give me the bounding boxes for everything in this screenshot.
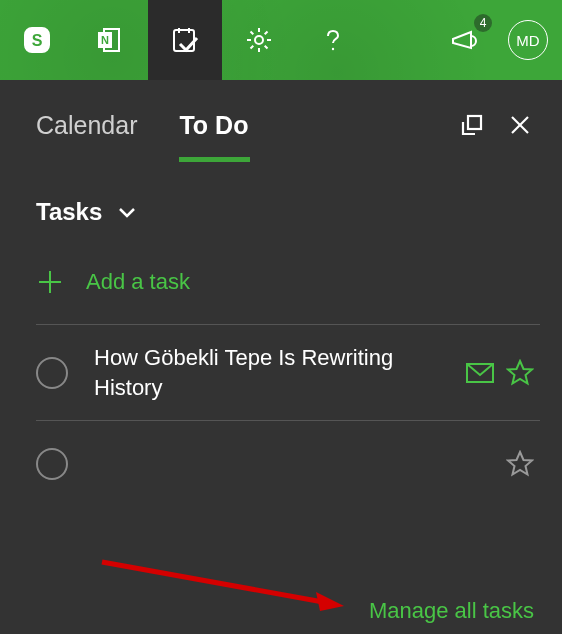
settings-button[interactable] — [222, 0, 296, 80]
close-panel-button[interactable] — [500, 105, 540, 145]
plus-icon — [36, 268, 64, 296]
add-task-button[interactable]: Add a task — [36, 256, 540, 324]
task-row[interactable] — [36, 420, 540, 506]
onenote-icon: N — [96, 25, 126, 55]
manage-all-tasks-link[interactable]: Manage all tasks — [369, 598, 534, 624]
svg-marker-17 — [508, 452, 532, 475]
todo-app-icon — [169, 24, 201, 56]
chevron-down-icon — [116, 201, 138, 223]
panel-tabs: Calendar To Do — [36, 80, 540, 170]
announcements-button[interactable]: 4 — [428, 0, 502, 80]
todo-app-button[interactable] — [148, 0, 222, 80]
svg-rect-10 — [468, 116, 481, 129]
task-list-title: Tasks — [36, 198, 102, 226]
task-star-button[interactable] — [500, 450, 540, 478]
avatar[interactable]: MD — [508, 20, 548, 60]
task-mail-button[interactable] — [460, 361, 500, 385]
task-star-button[interactable] — [500, 359, 540, 387]
task-complete-checkbox[interactable] — [36, 357, 68, 389]
svg-line-18 — [102, 562, 323, 602]
task-title: How Göbekli Tepe Is Rewriting History — [94, 343, 460, 402]
skype-icon: S — [22, 25, 52, 55]
annotation-arrow — [98, 556, 348, 616]
avatar-initials: MD — [516, 32, 539, 49]
task-list-selector[interactable]: Tasks — [36, 198, 540, 226]
svg-point-8 — [255, 36, 263, 44]
header-spacer — [370, 0, 428, 80]
svg-marker-16 — [508, 361, 532, 384]
question-icon — [318, 25, 348, 55]
svg-text:S: S — [32, 32, 43, 49]
svg-marker-19 — [316, 592, 344, 611]
onenote-button[interactable]: N — [74, 0, 148, 80]
todo-panel: Calendar To Do Tasks Add a — [10, 80, 562, 634]
tab-calendar[interactable]: Calendar — [36, 105, 137, 146]
svg-point-9 — [332, 48, 334, 50]
star-icon — [506, 450, 534, 478]
svg-text:N: N — [101, 34, 109, 46]
skype-button[interactable]: S — [0, 0, 74, 80]
app-header: S N 4 — [0, 0, 562, 80]
mail-icon — [465, 361, 495, 385]
close-icon — [508, 113, 532, 137]
star-icon — [506, 359, 534, 387]
open-in-new-window-button[interactable] — [452, 105, 492, 145]
task-complete-checkbox[interactable] — [36, 448, 68, 480]
task-row[interactable]: How Göbekli Tepe Is Rewriting History — [36, 324, 540, 420]
popout-icon — [459, 112, 485, 138]
tab-todo[interactable]: To Do — [179, 105, 248, 146]
add-task-label: Add a task — [86, 269, 190, 295]
help-button[interactable] — [296, 0, 370, 80]
announcements-badge: 4 — [474, 14, 492, 32]
gear-icon — [244, 25, 274, 55]
